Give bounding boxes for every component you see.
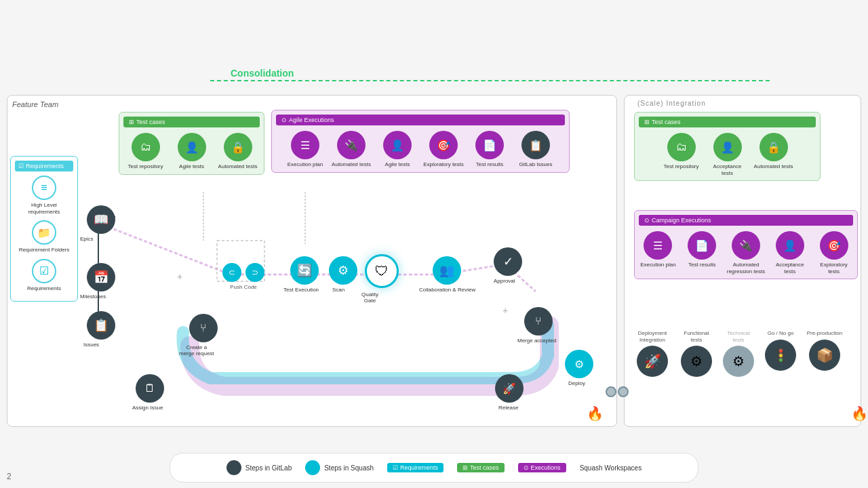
- deploy-label: Deploy: [568, 380, 585, 386]
- si-deploy-int-icon: 🚀: [637, 346, 668, 377]
- si-deploy-int: Deployment Integration 🚀: [633, 330, 672, 377]
- consolidation-line: [210, 80, 770, 81]
- si-go-label: Go / No go: [768, 330, 794, 337]
- ae-test-results: 📄 Test results: [469, 131, 510, 168]
- test-cases-badge: ⊞ Test cases: [457, 463, 505, 472]
- push-code-icon-1: ⊂: [222, 263, 241, 282]
- si-auto-reg-icon: 🔌: [732, 231, 760, 260]
- ft-test-cases-row: 🗂 Test repository 👤 Agile tests 🔒 Automa…: [123, 133, 260, 170]
- tc-repo-icon: 🗂: [132, 133, 160, 161]
- scale-label: (Scale) Integration: [637, 100, 706, 107]
- si-repo-icon: 🗂: [667, 133, 696, 161]
- req-header: ☑ Requirements: [15, 161, 73, 171]
- tc-badge-label: Test cases: [470, 464, 499, 471]
- req-item-requirements: ☑ Requirements: [15, 259, 73, 292]
- ae-auto-label: Automated tests: [332, 161, 371, 168]
- si-go-icon: 🚦: [765, 340, 796, 371]
- req-label: Requirements: [27, 285, 61, 292]
- si-accept-tests-campaign: 👤 Acceptance tests: [770, 231, 809, 274]
- squash-workspaces-label: Squash Workspaces: [580, 464, 642, 472]
- si-preprod: Pre-production 📦: [805, 330, 844, 371]
- req-badge-label: Requirements: [400, 464, 438, 471]
- si-go-nogo: Go / No go 🚦: [763, 330, 798, 371]
- test-exec-label: Test Execution: [283, 287, 319, 293]
- req-folders-icon: 📁: [32, 220, 56, 245]
- si-accept-camp-icon: 👤: [776, 231, 804, 260]
- ae-explore-label: Exploratory tests: [423, 161, 464, 168]
- si-test-cases-box: ⊞ Test cases 🗂 Test repository 👤 Accepta…: [634, 112, 821, 181]
- tc-badge-grid: ⊞: [462, 464, 468, 471]
- page-number: 2: [7, 472, 12, 481]
- si-func-icon: ⚙: [681, 346, 712, 377]
- squash-step-circle: [305, 460, 320, 475]
- si-bottom-row: Deployment Integration 🚀 Functional test…: [633, 330, 844, 377]
- play-circle-icon: ⊙: [281, 117, 287, 123]
- quality-gate-node: 🛡 QualityGate: [365, 254, 399, 288]
- ae-results-icon: 📄: [475, 131, 504, 159]
- scan-label: Scan: [332, 287, 344, 293]
- assign-issue-label: Assign Issue: [132, 405, 163, 411]
- si-preprod-icon: 📦: [809, 340, 840, 371]
- ae-auto-tests: 🔌 Automated tests: [331, 131, 372, 168]
- ae-exec-plan-label: Execution plan: [288, 161, 323, 168]
- si-exec-plan: ☰ Execution plan: [639, 231, 677, 268]
- push-code-nodes: ⊂ ⊃ Push Code: [222, 263, 264, 290]
- agile-exec-header: ⊙ Agile Executions: [276, 115, 565, 125]
- si-auto-tests: 🔒 Automated tests: [753, 133, 794, 170]
- legend: Steps in GitLab Steps in Squash ☑ Requir…: [170, 453, 698, 483]
- tc-auto-label: Automated tests: [218, 163, 258, 170]
- si-accept-camp-label: Acceptance tests: [770, 262, 809, 274]
- si-accept-icon: 👤: [713, 133, 742, 161]
- si-preprod-label: Pre-production: [807, 330, 842, 337]
- issues-label: Issues: [83, 342, 99, 348]
- high-level-req-label: High Level requirements: [15, 202, 73, 215]
- epics-label: Epics: [80, 236, 94, 242]
- si-accept-label: Acceptance tests: [707, 163, 748, 176]
- legend-gitlab-steps: Steps in GitLab: [226, 460, 292, 475]
- feature-team-label: Feature Team: [12, 100, 58, 108]
- req-badge-check: ☑: [393, 464, 398, 471]
- connector-dot-1: [606, 386, 616, 397]
- ae-exec-plan-icon: ☰: [291, 131, 319, 159]
- si-tech-label: Technical tests: [721, 330, 756, 343]
- si-test-results-label: Test results: [688, 262, 715, 268]
- ft-tc-agile: 👤 Agile tests: [172, 133, 212, 170]
- req-folders-label: Requirement Folders: [19, 247, 70, 253]
- si-grid-icon: ⊞: [644, 119, 650, 125]
- si-repo-label: Test repository: [663, 163, 698, 170]
- gitlab-flame-1: 🔥: [587, 405, 604, 422]
- legend-squash-workspaces: Squash Workspaces: [580, 464, 642, 472]
- quality-gate-label: QualityGate: [361, 291, 378, 304]
- ft-test-cases-box: ⊞ Test cases 🗂 Test repository 👤 Agile t…: [119, 112, 264, 175]
- release-label: Release: [498, 405, 518, 411]
- req-item-high-level: ≡ High Level requirements: [15, 176, 73, 215]
- ae-exploratory: 🎯 Exploratory tests: [423, 131, 464, 168]
- si-tc-repo: 🗂 Test repository: [661, 133, 702, 170]
- ae-explore-icon: 🎯: [429, 131, 458, 159]
- approval-label: Approval: [494, 278, 515, 284]
- exec-badge-play: ⊙: [524, 464, 529, 471]
- requirements-badge: ☑ Requirements: [387, 463, 443, 472]
- ae-agile-tests: 👤 Agile tests: [377, 131, 418, 168]
- si-test-results-icon: 📄: [688, 231, 716, 260]
- grid-icon: ⊞: [129, 119, 134, 125]
- ae-gitlab-icon: 📋: [521, 131, 550, 159]
- si-test-results: 📄 Test results: [683, 231, 722, 268]
- si-exec-plan-icon: ☰: [644, 231, 672, 260]
- si-tech-tests: Technical tests ⚙: [721, 330, 756, 377]
- gitlab-step-circle: [226, 460, 241, 475]
- ae-agile-label: Agile tests: [385, 161, 410, 168]
- req-icon: ☑: [32, 259, 56, 283]
- si-campaign-header: ⊙ Campaign Executions: [639, 215, 853, 226]
- si-accept-tests: 👤 Acceptance tests: [707, 133, 748, 176]
- tc-agile-label: Agile tests: [179, 163, 204, 170]
- high-level-req-icon: ≡: [32, 176, 56, 200]
- ae-gitlab-label: GitLab Issues: [519, 161, 553, 168]
- consolidation-label: Consolidation: [231, 68, 294, 79]
- create-merge-label: Create amerge request: [179, 344, 214, 357]
- si-campaign-play-icon: ⊙: [644, 217, 650, 224]
- ae-results-label: Test results: [476, 161, 503, 168]
- ft-tc-automated: 🔒 Automated tests: [218, 133, 258, 170]
- connector-dots: [606, 386, 629, 397]
- ae-gitlab-issues: 📋 GitLab Issues: [515, 131, 556, 168]
